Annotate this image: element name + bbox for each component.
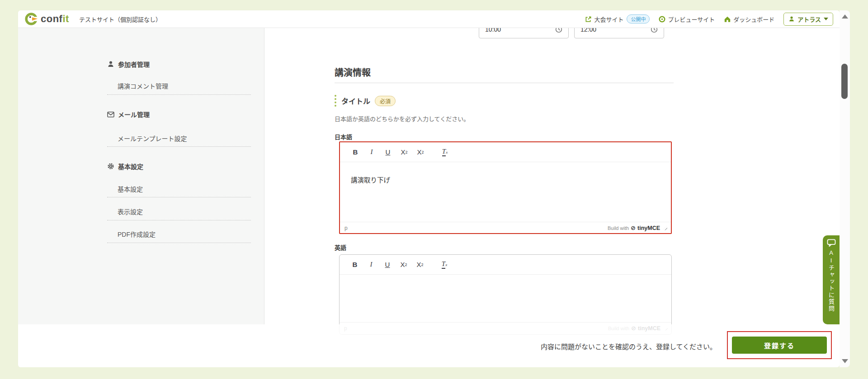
title-field-label-row: タイトル 必須 (335, 95, 396, 107)
element-path[interactable]: p (344, 225, 348, 231)
title-field-label: タイトル (341, 95, 370, 106)
resize-handle-icon[interactable] (663, 226, 667, 230)
superscript-button[interactable]: X2 (396, 258, 411, 271)
italic-button[interactable]: I (364, 258, 378, 271)
logo-bird-icon (24, 12, 39, 26)
english-title-editor: B I U X2 X2 Tx p Build with ⊘ tinyMCE (339, 254, 672, 335)
subscript-button[interactable]: X2 (413, 258, 427, 271)
footer-bar: 内容に問題がないことを確認のうえ、登録してください。 登録する (18, 324, 840, 367)
clear-formatting-button[interactable]: Tx (438, 146, 452, 159)
gear-icon (107, 163, 114, 170)
event-site-link[interactable]: 大会サイト 公開中 (585, 14, 650, 23)
italic-button[interactable]: I (364, 146, 379, 159)
submit-button[interactable]: 登録する (732, 337, 827, 354)
logo-text: confit (41, 13, 69, 25)
mail-icon (107, 112, 114, 117)
subscript-button[interactable]: X2 (413, 146, 428, 159)
tinymce-brand[interactable]: Build with ⊘ tinyMCE (608, 225, 660, 231)
sidebar-section-participants[interactable]: 参加者管理 (107, 59, 251, 69)
japanese-title-editor: B I U X2 X2 Tx 講演取り下げ p Build with ⊘ tin… (339, 141, 672, 234)
submit-annotation-frame: 登録する (727, 331, 832, 359)
scroll-up-button[interactable] (842, 14, 848, 19)
sidebar: 参加者管理 講演コメント管理 メール管理 メールテンプレート設定 基本設定 基本… (18, 28, 264, 324)
app-window: 10:00 12:00 講演情報 タイトル 必須 日本語か英語のどちらかを必ず入… (18, 10, 840, 367)
section-heading: 講演情報 (335, 66, 674, 83)
person-icon (107, 61, 114, 68)
scroll-thumb[interactable] (841, 64, 848, 99)
dashboard-link[interactable]: ダッシュボード (724, 15, 774, 23)
preview-site-link[interactable]: プレビューサイト (659, 15, 715, 23)
sidebar-divider (107, 94, 251, 95)
publish-status-badge: 公開中 (627, 14, 650, 23)
preview-icon (659, 16, 665, 23)
bold-button[interactable]: B (348, 146, 363, 159)
account-menu-button[interactable]: アトラス (783, 13, 833, 26)
sidebar-divider (107, 243, 251, 243)
header-nav: 大会サイト 公開中 プレビューサイト ダッシュボード アトラス (585, 13, 833, 26)
sidebar-divider (107, 197, 251, 197)
english-label: 英語 (335, 243, 346, 252)
scrollbar[interactable] (840, 10, 850, 367)
japanese-label: 日本語 (335, 132, 352, 141)
sidebar-divider (107, 220, 251, 220)
underline-button[interactable]: U (381, 146, 395, 159)
sidebar-divider (107, 146, 251, 147)
confirm-text: 内容に問題がないことを確認のうえ、登録してください。 (541, 342, 717, 351)
editor-toolbar: B I U X2 X2 Tx (340, 255, 671, 275)
editor-statusbar: p Build with ⊘ tinyMCE (340, 222, 671, 234)
editor-content-japanese[interactable]: 講演取り下げ (340, 162, 671, 222)
editor-content-english[interactable] (340, 275, 671, 322)
sidebar-section-basic-settings[interactable]: 基本設定 (107, 161, 251, 171)
main-content: 10:00 12:00 講演情報 タイトル 必須 日本語か英語のどちらかを必ず入… (265, 28, 840, 324)
page-background: 10:00 12:00 講演情報 タイトル 必須 日本語か英語のどちらかを必ず入… (0, 0, 868, 379)
clear-formatting-button[interactable]: Tx (437, 258, 452, 271)
confit-logo[interactable]: confit (24, 12, 69, 26)
chat-bubble-icon (827, 239, 836, 247)
tinymce-logo-icon: ⊘ (631, 225, 636, 231)
title-field-help: 日本語か英語のどちらかを必ず入力してください。 (335, 114, 469, 123)
editor-toolbar: B I U X2 X2 Tx (340, 142, 671, 162)
scroll-down-button[interactable] (842, 359, 848, 363)
underline-button[interactable]: U (380, 258, 395, 271)
sidebar-item-display-settings[interactable]: 表示設定 (107, 206, 251, 216)
person-icon (788, 16, 795, 22)
caret-down-icon (824, 18, 828, 20)
required-badge: 必須 (375, 96, 396, 106)
sidebar-section-mail[interactable]: メール管理 (107, 109, 251, 119)
sidebar-item-pdf-settings[interactable]: PDF作成設定 (107, 229, 251, 239)
sidebar-item-lecture-comments[interactable]: 講演コメント管理 (107, 81, 251, 91)
external-link-icon (585, 16, 592, 23)
sidebar-item-mail-template[interactable]: メールテンプレート設定 (107, 133, 251, 143)
ai-chat-label: AIチャットに質問 (827, 249, 835, 312)
site-name: テストサイト（個別認証なし） (79, 15, 161, 23)
sidebar-item-basic-settings[interactable]: 基本設定 (107, 184, 251, 194)
header: confit テストサイト（個別認証なし） 大会サイト 公開中 プレビューサイト… (18, 10, 840, 28)
home-icon (724, 16, 731, 23)
ai-chat-button[interactable]: AIチャットに質問 (823, 235, 840, 324)
superscript-button[interactable]: X2 (397, 146, 411, 159)
bold-button[interactable]: B (348, 258, 362, 271)
